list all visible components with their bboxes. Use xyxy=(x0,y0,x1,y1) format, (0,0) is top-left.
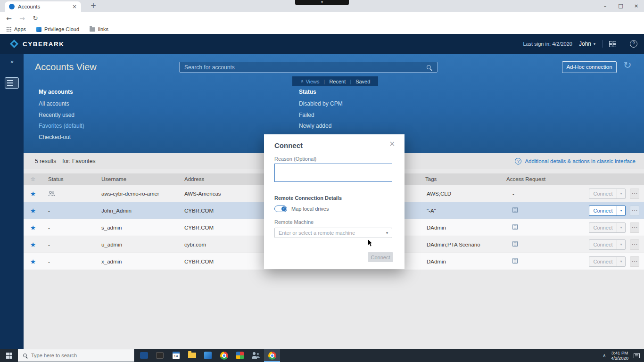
windows-logo-icon xyxy=(6,353,12,359)
more-actions-button[interactable]: ⋯ xyxy=(630,189,639,199)
taskbar-app-explorer[interactable] xyxy=(184,349,200,362)
more-actions-button[interactable]: ⋯ xyxy=(630,239,639,250)
connect-button[interactable]: Connect▾ xyxy=(589,206,626,216)
chevron-down-icon[interactable]: ▾ xyxy=(617,225,625,230)
username-cell: John_Admin xyxy=(96,208,179,214)
divider: | xyxy=(350,79,351,84)
filter-disabled-by-cpm[interactable]: Disabled by CPM xyxy=(299,100,343,107)
close-icon[interactable]: × xyxy=(389,140,395,148)
filter-my-accounts: My accounts All accounts Recently used F… xyxy=(39,89,84,145)
bookmark-links-folder[interactable]: links xyxy=(90,26,108,32)
new-tab-button[interactable]: + xyxy=(88,0,99,12)
sidebar-expand-icon[interactable]: » xyxy=(0,58,24,65)
taskbar-search[interactable] xyxy=(18,349,134,362)
browser-toolbar: ← → ↻ comp01.cybr.com/PasswordVault/v10/… xyxy=(0,12,644,25)
favorite-star-icon[interactable]: ★ xyxy=(24,224,42,231)
folder-icon xyxy=(90,27,95,32)
reload-button[interactable]: ↻ xyxy=(30,13,41,24)
favorite-star-icon[interactable]: ★ xyxy=(24,258,42,265)
window-close-button[interactable]: × xyxy=(628,0,644,12)
filter-recently-used[interactable]: Recently used xyxy=(39,112,84,118)
more-actions-button[interactable]: ⋯ xyxy=(630,206,639,216)
classic-interface-link[interactable]: ? Additional details & actions in classi… xyxy=(515,158,636,165)
user-menu[interactable]: John▾ xyxy=(579,41,595,47)
bookmark-label: Privilege Cloud xyxy=(44,26,79,32)
taskbar-app-chrome-active[interactable] xyxy=(264,349,280,362)
remote-machine-input[interactable] xyxy=(275,230,382,236)
app-header: CYBERARK Last sign in: 4/2/2020 John▾ ? xyxy=(0,34,644,54)
filter-all-accounts[interactable]: All accounts xyxy=(39,100,84,107)
action-center-icon[interactable] xyxy=(634,353,640,358)
powershell-icon xyxy=(140,352,148,359)
connect-button[interactable]: Connect▾ xyxy=(589,256,626,267)
window-maximize-button[interactable]: □ xyxy=(613,0,628,12)
accounts-search[interactable] xyxy=(179,62,438,73)
access-request-cell xyxy=(501,241,582,248)
chevron-down-icon[interactable]: ▾ xyxy=(382,230,392,235)
cyberark-logo: CYBERARK xyxy=(9,39,65,49)
connect-button[interactable]: Connect▾ xyxy=(589,222,626,233)
bookmark-apps[interactable]: Apps xyxy=(7,26,26,32)
favorite-star-icon[interactable]: ★ xyxy=(24,190,42,197)
favorite-star-icon[interactable]: ★ xyxy=(24,207,42,214)
remote-machine-select[interactable]: ▾ xyxy=(274,228,392,238)
forward-button[interactable]: → xyxy=(17,13,27,24)
taskbar-app-terminal[interactable] xyxy=(152,349,168,362)
connect-button[interactable]: Connect▾ xyxy=(589,189,626,199)
taskbar-clock[interactable]: 3:41 PM 4/2/2020 xyxy=(611,350,628,361)
chevron-down-icon[interactable]: ▾ xyxy=(617,191,625,196)
filter-failed[interactable]: Failed xyxy=(299,112,343,118)
screen: ▾ Accounts × + – □ × ← → ↻ comp01.cybr.c… xyxy=(0,0,644,362)
taskbar-app-calendar[interactable]: 14 xyxy=(168,349,184,362)
chevron-down-icon[interactable]: ▾ xyxy=(617,242,625,247)
sidebar-item-accounts[interactable] xyxy=(5,77,19,89)
filter-header: Status xyxy=(299,89,343,95)
tags-cell: AWS;CLD xyxy=(420,191,501,197)
reason-input[interactable] xyxy=(274,164,392,182)
more-actions-button[interactable]: ⋯ xyxy=(630,256,639,267)
back-button[interactable]: ← xyxy=(4,13,14,24)
tab-close-icon[interactable]: × xyxy=(72,3,77,10)
apps-panel-icon[interactable] xyxy=(609,41,616,47)
help-icon[interactable]: ? xyxy=(630,40,637,48)
refresh-icon[interactable]: ↻ xyxy=(623,59,632,71)
chevron-down-icon[interactable]: ▾ xyxy=(617,259,625,263)
time: 3:41 PM xyxy=(611,350,628,355)
connect-button[interactable]: Connect▾ xyxy=(589,239,626,250)
bookmark-privilege-cloud[interactable]: Privilege Cloud xyxy=(36,26,79,32)
filter-newly-added[interactable]: Newly added xyxy=(299,123,343,129)
map-local-drives-toggle[interactable]: ✓ xyxy=(274,206,287,212)
system-tray: ∧ 3:41 PM 4/2/2020 xyxy=(603,350,644,361)
col-tags[interactable]: Tags xyxy=(420,176,501,182)
chevron-down-icon[interactable]: ▾ xyxy=(617,208,625,213)
tab-saved[interactable]: Saved xyxy=(355,79,370,84)
search-input[interactable] xyxy=(180,64,427,71)
favorite-star-icon[interactable]: ★ xyxy=(24,241,42,248)
adhoc-connection-button[interactable]: Ad-Hoc connection xyxy=(562,61,617,73)
tab-views[interactable]: »Views xyxy=(300,78,320,84)
tray-expand-icon[interactable]: ∧ xyxy=(603,353,606,358)
col-status[interactable]: Status xyxy=(42,176,96,182)
window-minimize-button[interactable]: – xyxy=(597,0,613,12)
access-request-icon xyxy=(512,207,518,213)
dialog-connect-button[interactable]: Connect xyxy=(368,252,393,262)
filter-checked-out[interactable]: Checked-out xyxy=(39,134,84,140)
taskbar-app-contacts[interactable] xyxy=(248,349,264,362)
favorite-column-icon[interactable]: ☆ xyxy=(24,176,42,182)
taskbar-app-chrome[interactable] xyxy=(216,349,232,362)
recorder-collapse-bar[interactable]: ▾ xyxy=(295,0,349,5)
tab-recent[interactable]: Recent xyxy=(329,79,346,84)
more-actions-button[interactable]: ⋯ xyxy=(630,222,639,233)
taskbar-app-powershell[interactable] xyxy=(136,349,152,362)
taskbar-app-utility[interactable] xyxy=(232,349,248,362)
col-username[interactable]: Username xyxy=(96,176,179,182)
col-access-request[interactable]: Access Request xyxy=(501,176,582,182)
browser-tab-accounts[interactable]: Accounts × xyxy=(5,1,81,12)
filter-favorites[interactable]: Favorites (default) xyxy=(39,123,84,129)
window-controls: – □ × xyxy=(597,0,644,12)
taskbar-search-input[interactable] xyxy=(31,353,121,358)
taskbar-app-rdp[interactable] xyxy=(200,349,216,362)
info-icon: ? xyxy=(515,158,521,165)
connect-label: Connect xyxy=(589,259,617,264)
start-button[interactable] xyxy=(0,349,18,362)
